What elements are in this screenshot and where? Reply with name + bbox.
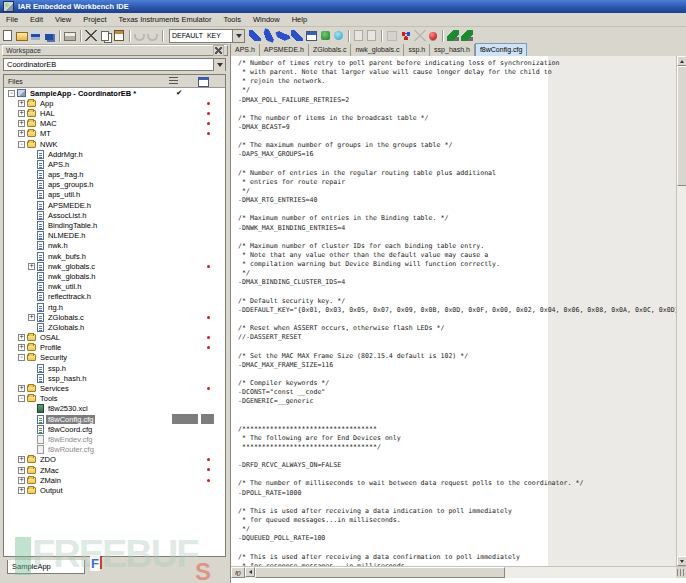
tree-row-app[interactable]: +App bbox=[4, 98, 225, 108]
tree-row-f8wconfig-cfg[interactable]: f8wConfig.cfg bbox=[4, 414, 225, 424]
tree-row-osal[interactable]: +OSAL bbox=[4, 333, 225, 343]
close-icon[interactable] bbox=[213, 45, 224, 56]
tree-row-nwk-bufs-h[interactable]: nwk_bufs.h bbox=[4, 251, 225, 261]
expand-icon[interactable]: + bbox=[18, 487, 25, 494]
collapse-icon[interactable]: - bbox=[8, 90, 15, 97]
expand-icon[interactable]: + bbox=[18, 385, 25, 392]
save-icon[interactable] bbox=[31, 31, 40, 40]
tree-row-aps-frag-h[interactable]: aps_frag.h bbox=[4, 170, 225, 180]
tree-row-nwk-globals-h[interactable]: nwk_globals.h bbox=[4, 271, 225, 281]
title-bar[interactable]: IAR Embedded Workbench IDE bbox=[0, 0, 686, 13]
tree-row-tools[interactable]: -Tools bbox=[4, 394, 225, 404]
expand-icon[interactable]: + bbox=[28, 263, 35, 270]
tree-row-bindingtable-h[interactable]: BindingTable.h bbox=[4, 220, 225, 230]
tree-row-ssp-hash-h[interactable]: ssp_hash.h bbox=[4, 373, 225, 383]
tree-row-zmain[interactable]: +ZMain bbox=[4, 475, 225, 485]
breakpoints-icon[interactable] bbox=[400, 30, 412, 41]
print-icon[interactable] bbox=[64, 32, 76, 41]
combo-dropdown-button[interactable] bbox=[232, 30, 244, 42]
tree-row-zdo[interactable]: +ZDO bbox=[4, 455, 225, 465]
expand-icon[interactable]: + bbox=[18, 467, 25, 474]
menu-file[interactable]: File bbox=[0, 13, 24, 26]
tree-row-output[interactable]: +Output bbox=[4, 485, 225, 495]
tree-row-sampleapp-coordinatoreb[interactable]: -SampleApp - CoordinatorEB *✔ bbox=[4, 88, 225, 98]
tree-row-reflecttrack-h[interactable]: reflecttrack.h bbox=[4, 292, 225, 302]
tree-row-zmac[interactable]: +ZMac bbox=[4, 465, 225, 475]
editor-tab-aps.h[interactable]: APS.h bbox=[231, 44, 260, 56]
editor-tab-nwk_globals.c[interactable]: nwk_globals.c bbox=[351, 44, 404, 56]
debug-without-download-icon[interactable] bbox=[461, 30, 473, 41]
tree-row-zglobals-c[interactable]: +ZGlobals.c bbox=[4, 312, 225, 322]
save-all-icon[interactable] bbox=[45, 32, 53, 40]
collapse-icon[interactable]: - bbox=[18, 395, 25, 402]
tree-row-rtg-h[interactable]: rtg.h bbox=[4, 302, 225, 312]
vertical-scroll-thumb[interactable] bbox=[677, 66, 686, 186]
tree-row-aps-groups-h[interactable]: aps_groups.h bbox=[4, 180, 225, 190]
horizontal-scroll-thumb[interactable] bbox=[255, 567, 505, 578]
expand-icon[interactable]: + bbox=[18, 334, 25, 341]
quick-search-combo[interactable] bbox=[169, 29, 245, 43]
workspace-tab[interactable]: SampleApp bbox=[7, 560, 85, 574]
tree-row-f8wrouter-cfg[interactable]: f8wRouter.cfg bbox=[4, 445, 225, 455]
tree-row-nlmede-h[interactable]: NLMEDE.h bbox=[4, 231, 225, 241]
quick-search-input[interactable] bbox=[170, 31, 232, 41]
expand-icon[interactable]: + bbox=[18, 477, 25, 484]
tree-row-f8wcoord-cfg[interactable]: f8wCoord.cfg bbox=[4, 424, 225, 434]
scroll-left-button[interactable] bbox=[245, 567, 255, 577]
tree-row-hal[interactable]: +HAL bbox=[4, 108, 225, 118]
editor-tab-ssp_hash.h[interactable]: ssp_hash.h bbox=[430, 44, 475, 56]
menu-project[interactable]: Project bbox=[77, 13, 112, 26]
editor-tab-f8wconfig.cfg[interactable]: f8wConfig.cfg bbox=[475, 43, 527, 56]
menu-window[interactable]: Window bbox=[247, 13, 286, 26]
collapse-icon[interactable]: - bbox=[18, 141, 25, 148]
tree-row-ssp-h[interactable]: ssp.h bbox=[4, 363, 225, 373]
tree-row-addrmgr-h[interactable]: AddrMgr.h bbox=[4, 149, 225, 159]
paste-icon[interactable] bbox=[114, 30, 124, 41]
tree-row-f8w2530-xcl[interactable]: f8w2530.xcl bbox=[4, 404, 225, 414]
tree-row-nwk-util-h[interactable]: nwk_util.h bbox=[4, 282, 225, 292]
tree-row-services[interactable]: +Services bbox=[4, 383, 225, 393]
tree-row-aps-util-h[interactable]: aps_util.h bbox=[4, 190, 225, 200]
find-in-files-icon[interactable] bbox=[291, 30, 303, 41]
expand-icon[interactable]: + bbox=[18, 456, 25, 463]
new-document-icon[interactable] bbox=[3, 30, 12, 41]
menu-help[interactable]: Help bbox=[286, 13, 313, 26]
find-next-icon[interactable] bbox=[261, 28, 276, 42]
collapse-icon[interactable]: - bbox=[18, 354, 25, 361]
tree-row-aps-h[interactable]: APS.h bbox=[4, 159, 225, 169]
open-file-icon[interactable] bbox=[16, 32, 28, 41]
replace-icon[interactable] bbox=[306, 31, 317, 41]
code-area[interactable]: /* Number of times retry to poll parent … bbox=[231, 56, 677, 566]
find-previous-icon[interactable] bbox=[275, 28, 290, 42]
horizontal-scrollbar[interactable]: f() bbox=[231, 566, 677, 578]
editor-tab-zglobals.c[interactable]: ZGlobals.c bbox=[309, 44, 351, 56]
cut-icon[interactable] bbox=[85, 30, 97, 41]
scroll-down-button[interactable] bbox=[677, 556, 686, 566]
find-icon[interactable] bbox=[249, 30, 261, 41]
tree-row-security[interactable]: -Security bbox=[4, 353, 225, 363]
menu-view[interactable]: View bbox=[49, 13, 77, 26]
tree-row-assoclist-h[interactable]: AssocList.h bbox=[4, 210, 225, 220]
configuration-selector[interactable]: CoordinatorEB bbox=[3, 58, 226, 71]
copy-icon[interactable] bbox=[101, 31, 109, 41]
goto-icon[interactable] bbox=[321, 31, 330, 40]
expand-icon[interactable]: + bbox=[18, 344, 25, 351]
expand-icon[interactable]: + bbox=[18, 110, 25, 117]
configuration-dropdown-button[interactable] bbox=[213, 59, 225, 71]
expand-icon[interactable]: + bbox=[18, 100, 25, 107]
function-list-button[interactable]: f() bbox=[231, 567, 245, 578]
tree-row-zglobals-h[interactable]: ZGlobals.h bbox=[4, 322, 225, 332]
debug-icon[interactable] bbox=[429, 32, 437, 40]
tree-row-nwk[interactable]: -NWK bbox=[4, 139, 225, 149]
tree-row-apsmede-h[interactable]: APSMEDE.h bbox=[4, 200, 225, 210]
tree-row-nwk-globals-c[interactable]: +nwk_globals.c bbox=[4, 261, 225, 271]
tree-row-nwk-h[interactable]: nwk.h bbox=[4, 241, 225, 251]
scroll-up-button[interactable] bbox=[677, 56, 686, 66]
expand-icon[interactable]: + bbox=[28, 314, 35, 321]
menu-texas-instruments-emulator[interactable]: Texas Instruments Emulator bbox=[113, 13, 218, 26]
vertical-scrollbar[interactable] bbox=[676, 56, 686, 566]
tree-row-f8wendev-cfg[interactable]: f8wEndev.cfg bbox=[4, 434, 225, 444]
toggle-bookmark-icon[interactable] bbox=[334, 31, 343, 40]
tree-row-mac[interactable]: +MAC bbox=[4, 119, 225, 129]
expand-icon[interactable]: + bbox=[18, 120, 25, 127]
